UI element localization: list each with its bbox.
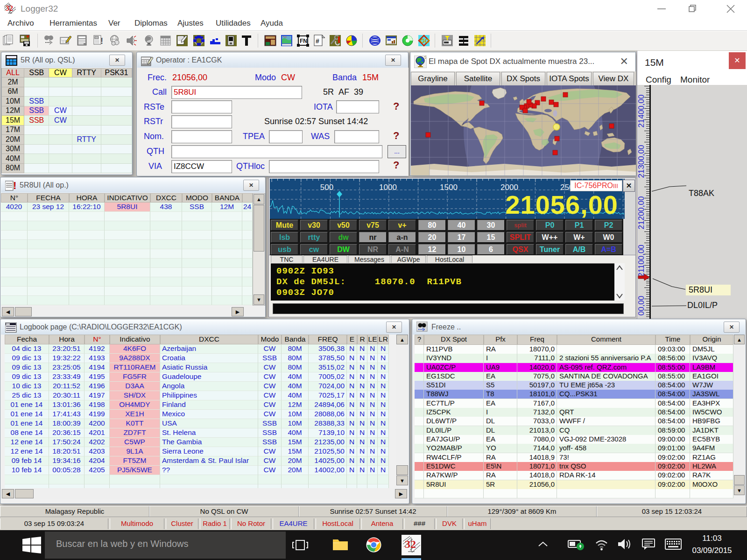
svg-text:32: 32 — [6, 4, 13, 12]
svg-text:500: 500 — [320, 183, 333, 192]
svg-text:GO: GO — [420, 37, 430, 44]
svg-text:FN: FN — [300, 38, 307, 44]
svg-text:32: 32 — [405, 538, 416, 550]
svg-text:#: # — [316, 37, 319, 45]
svg-text:1500: 1500 — [440, 183, 458, 192]
svg-text:1000: 1000 — [379, 183, 397, 192]
svg-text:!: ! — [13, 180, 16, 191]
svg-text:!: ! — [100, 36, 103, 46]
